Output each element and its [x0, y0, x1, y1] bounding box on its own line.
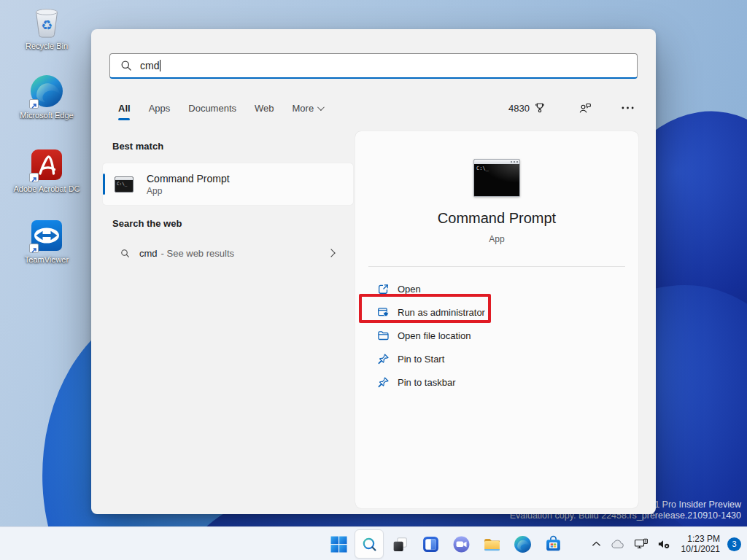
pin-icon [377, 376, 390, 389]
shortcut-arrow-icon [29, 244, 39, 253]
taskbar-center-icons [324, 529, 568, 559]
best-match-command-prompt[interactable]: C:\_ Command Prompt App [103, 163, 353, 205]
start-button[interactable] [324, 529, 353, 559]
file-explorer-button[interactable] [477, 529, 506, 559]
rewards-points: 4830 [508, 103, 530, 114]
pin-icon [377, 353, 390, 365]
search-input[interactable]: cmd [109, 53, 638, 79]
volume-muted-icon[interactable] [653, 532, 676, 556]
search-panel: cmd All Apps Documents Web More 4830 Bes… [91, 29, 656, 514]
desktop-icon-label: Recycle Bin [12, 42, 82, 51]
microsoft-store-button[interactable] [538, 529, 568, 559]
run-as-administrator-highlight-annotation [359, 294, 491, 323]
edge-icon [514, 535, 532, 553]
more-options-button[interactable] [622, 106, 634, 109]
edge-icon [29, 74, 64, 109]
desktop-icon-label: Microsoft Edge [12, 111, 82, 120]
taskbar: 1:23 PM 10/1/2021 3 [0, 526, 747, 560]
search-filter-tabs: All Apps Documents Web More 4830 [91, 97, 656, 119]
cloud-icon [610, 539, 625, 549]
desktop: ♻ Recycle Bin Microsoft Edge Adobe Acrob… [0, 0, 747, 560]
web-suffix: - See web results [161, 248, 234, 259]
shortcut-arrow-icon [29, 99, 39, 109]
open-icon [377, 283, 390, 295]
tray-time: 1:23 PM [681, 534, 720, 544]
web-section-header: Search the web [112, 218, 182, 229]
tab-more[interactable]: More [293, 103, 323, 114]
desktop-icon-recycle-bin[interactable]: ♻ Recycle Bin [12, 4, 82, 51]
ethernet-icon [634, 538, 649, 550]
chat-icon [452, 535, 471, 553]
teamviewer-icon [29, 218, 64, 253]
tray-date: 10/1/2021 [681, 544, 720, 554]
text-caret [160, 60, 160, 71]
result-subtitle: App [147, 186, 230, 196]
clock[interactable]: 1:23 PM 10/1/2021 [681, 534, 720, 554]
account-button[interactable] [578, 103, 592, 114]
desktop-icon-label: Adobe Acrobat DC [12, 184, 82, 194]
preview-subtitle: App [355, 234, 638, 244]
action-pin-to-start[interactable]: Pin to Start [355, 347, 638, 370]
search-icon [360, 535, 379, 553]
best-match-header: Best match [112, 141, 163, 152]
search-icon [120, 249, 130, 258]
desktop-icon-label: TeamViewer [12, 255, 82, 265]
preview-title: Command Prompt [355, 210, 638, 227]
chat-button[interactable] [446, 529, 476, 559]
file-explorer-icon [483, 535, 501, 553]
desktop-icon-microsoft-edge[interactable]: Microsoft Edge [12, 74, 82, 120]
search-button[interactable] [355, 529, 384, 559]
onedrive-icon[interactable] [605, 532, 630, 556]
result-title: Command Prompt [147, 173, 230, 184]
tab-all[interactable]: All [118, 103, 131, 114]
svg-text:♻: ♻ [41, 18, 53, 33]
trophy-icon [534, 102, 546, 114]
ellipsis-icon [622, 106, 634, 109]
account-icon [578, 103, 592, 114]
shortcut-arrow-icon [29, 173, 39, 182]
selection-accent-bar [103, 174, 105, 195]
chevron-down-icon [317, 104, 325, 111]
chevron-up-icon [592, 541, 601, 547]
notification-badge[interactable]: 3 [727, 537, 741, 551]
task-view-icon [391, 535, 409, 553]
tab-documents[interactable]: Documents [188, 103, 236, 114]
acrobat-icon [29, 147, 64, 182]
action-open-file-location[interactable]: Open file location [355, 324, 638, 347]
action-pin-to-taskbar[interactable]: Pin to taskbar [355, 370, 638, 394]
widgets-icon [422, 535, 440, 553]
recycle-bin-icon: ♻ [29, 4, 64, 39]
windows-logo-icon [330, 535, 348, 553]
widgets-button[interactable] [416, 529, 445, 559]
rewards-button[interactable]: 4830 [508, 102, 546, 114]
tab-web[interactable]: Web [255, 103, 274, 114]
tab-apps[interactable]: Apps [149, 103, 171, 114]
chevron-right-icon [327, 249, 335, 257]
edge-button[interactable] [508, 529, 537, 559]
hidden-icons-chevron[interactable] [587, 532, 605, 556]
web-query: cmd [139, 248, 158, 259]
speaker-mute-icon [657, 538, 671, 550]
search-icon [120, 60, 132, 71]
folder-icon [377, 330, 390, 342]
command-prompt-icon-large: C:\_ [473, 159, 520, 197]
active-tab-underline [118, 118, 130, 120]
web-result-cmd[interactable]: cmd - See web results [103, 241, 353, 265]
system-tray: 1:23 PM 10/1/2021 3 [587, 529, 741, 559]
search-query-text: cmd [140, 60, 159, 71]
network-icon[interactable] [630, 532, 653, 556]
desktop-icon-teamviewer[interactable]: TeamViewer [12, 218, 82, 265]
divider [368, 266, 625, 267]
store-icon [544, 535, 562, 553]
task-view-button[interactable] [385, 529, 414, 559]
command-prompt-icon: C:\_ [115, 176, 133, 192]
desktop-icon-adobe-acrobat[interactable]: Adobe Acrobat DC [12, 147, 82, 194]
